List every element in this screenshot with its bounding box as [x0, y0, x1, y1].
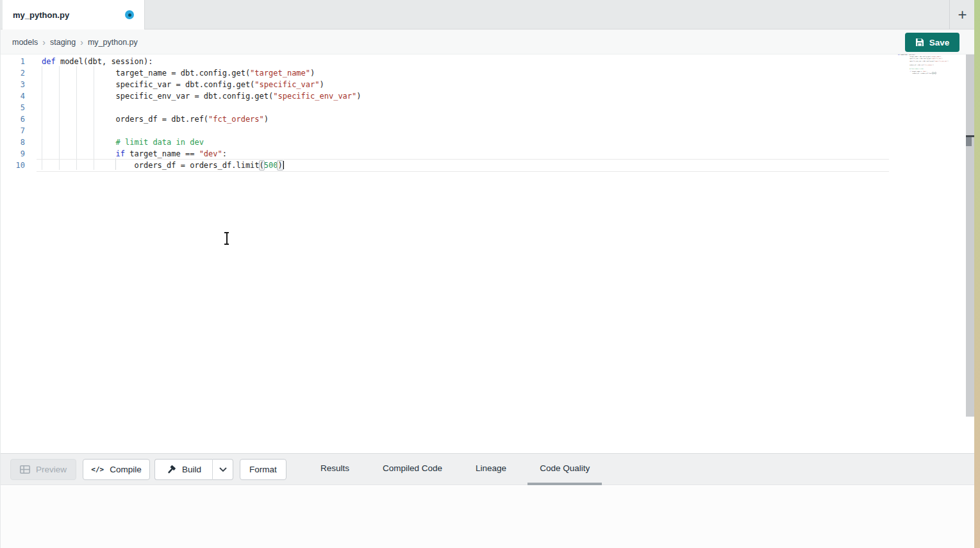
code-token: model(dbt, session):: [900, 54, 915, 55]
code-line[interactable]: def model(dbt, session):: [37, 56, 889, 67]
code-token: ): [320, 80, 324, 89]
preview-button-label: Preview: [36, 465, 67, 474]
code-token: "fct_orders": [208, 115, 264, 124]
chevron-right-icon: ›: [80, 37, 83, 47]
file-tab-my-python[interactable]: my_python.py: [3, 0, 145, 29]
code-token: "specific_var": [931, 58, 942, 59]
code-token: (: [260, 161, 264, 170]
line-number: 8: [1, 137, 31, 148]
code-minimap[interactable]: def model(dbt, session): target_name = d…: [898, 54, 944, 74]
desktop-edge-strip: [974, 0, 980, 548]
code-token: specific_var = dbt.config.get(: [42, 80, 254, 89]
code-token: ): [947, 60, 948, 62]
breadcrumb: models › staging › my_python.py: [12, 29, 138, 54]
code-token: orders_df = dbt.ref(: [898, 64, 924, 65]
code-token: # limit data in dev: [116, 138, 204, 147]
file-tab-label: my_python.py: [13, 10, 69, 20]
breadcrumb-item-staging[interactable]: staging: [50, 38, 76, 47]
code-content[interactable]: def model(dbt, session): target_name = d…: [37, 56, 889, 171]
code-editor[interactable]: 12345678910 def model(dbt, session): tar…: [1, 54, 975, 453]
code-token: "fct_orders": [924, 64, 933, 65]
breadcrumb-item-file[interactable]: my_python.py: [88, 38, 138, 47]
line-number: 7: [1, 125, 31, 137]
code-line[interactable]: [37, 125, 889, 137]
build-options-dropdown[interactable]: [212, 459, 233, 480]
code-token: "specific_env_var": [273, 92, 356, 101]
code-token: ): [935, 72, 936, 74]
unsaved-changes-icon: [125, 10, 134, 19]
minimap-line: orders_df = orders_df.limit(500): [898, 72, 944, 74]
line-number: 4: [1, 90, 31, 102]
code-token: # limit data in dev: [909, 68, 924, 69]
code-token: orders_df = orders_df.limit: [42, 161, 260, 170]
code-line[interactable]: orders_df = orders_df.limit(500): [37, 160, 889, 171]
tab-code-quality[interactable]: Code Quality: [527, 454, 602, 485]
line-number: 10: [1, 160, 31, 171]
code-token: target_name ==: [911, 71, 923, 72]
code-token: [42, 149, 116, 158]
vertical-scrollbar-track[interactable]: [966, 54, 975, 417]
code-token: if: [116, 149, 125, 158]
save-button[interactable]: Save: [905, 33, 959, 52]
line-number: 6: [1, 113, 31, 125]
code-token: ): [356, 92, 361, 101]
format-button[interactable]: Format: [240, 459, 287, 480]
vertical-scrollbar-thumb[interactable]: [966, 137, 972, 146]
code-token: target_name = dbt.config.get(: [42, 69, 250, 78]
line-number: 5: [1, 102, 31, 113]
table-grid-icon: [20, 465, 30, 474]
preview-button[interactable]: Preview: [10, 459, 76, 480]
file-tab-bar: my_python.py +: [1, 0, 975, 29]
code-line[interactable]: if target_name == "dev":: [37, 148, 889, 160]
new-tab-button[interactable]: +: [949, 0, 975, 29]
dbt-ide-window: my_python.py + models › staging › my_pyt…: [0, 0, 980, 548]
code-line[interactable]: specific_var = dbt.config.get("specific_…: [37, 79, 889, 90]
code-token: target_name = dbt.config.get(: [898, 56, 931, 57]
chevron-down-icon: [219, 467, 227, 472]
code-token: ): [933, 64, 934, 65]
code-token: ): [310, 69, 315, 78]
tab-results[interactable]: Results: [308, 454, 361, 485]
code-token: ): [942, 58, 942, 59]
code-token: "specific_var": [254, 80, 319, 89]
code-token: ): [264, 115, 269, 124]
tab-lineage[interactable]: Lineage: [463, 454, 519, 485]
code-line[interactable]: [37, 102, 889, 113]
code-token: [42, 138, 116, 147]
tab-compiled-code-label: Compiled Code: [383, 463, 442, 473]
save-button-label: Save: [929, 38, 950, 47]
code-token: orders_df = dbt.ref(: [42, 115, 208, 124]
floppy-disk-icon: [915, 38, 924, 47]
code-token: 500: [264, 161, 278, 170]
chevron-right-icon: ›: [42, 37, 46, 47]
line-number: 9: [1, 148, 31, 160]
minimap-line: specific_env_var = dbt.config.get("speci…: [898, 60, 944, 62]
code-token: "specific_env_var": [934, 60, 948, 62]
build-split-button: Build: [154, 459, 233, 480]
result-panel-tabs: Results Compiled Code Lineage Code Quali…: [308, 454, 611, 485]
code-token: specific_env_var = dbt.config.get(: [42, 92, 273, 101]
text-ibeam-cursor: [224, 232, 229, 245]
tab-results-label: Results: [320, 463, 349, 473]
code-quality-panel: [1, 486, 975, 548]
tab-compiled-code[interactable]: Compiled Code: [370, 454, 454, 485]
code-line[interactable]: # limit data in dev: [37, 137, 889, 148]
code-token: ): [278, 161, 282, 170]
code-line[interactable]: target_name = dbt.config.get("target_nam…: [37, 67, 889, 79]
compile-button[interactable]: </> Compile: [83, 459, 150, 480]
line-number-gutter: 12345678910: [1, 56, 31, 171]
code-token: target_name ==: [125, 149, 199, 158]
breadcrumb-item-models[interactable]: models: [12, 38, 38, 47]
code-brackets-icon: </>: [91, 465, 104, 474]
line-number: 2: [1, 67, 31, 79]
code-token: "target_name": [250, 69, 310, 78]
code-token: :: [222, 149, 227, 158]
code-line[interactable]: specific_env_var = dbt.config.get("speci…: [37, 90, 889, 102]
line-number: 1: [1, 56, 31, 67]
code-token: ): [940, 56, 941, 57]
code-token: specific_var = dbt.config.get(: [898, 58, 931, 59]
code-token: [898, 68, 909, 69]
build-button[interactable]: Build: [154, 459, 212, 480]
main-window: my_python.py + models › staging › my_pyt…: [0, 0, 974, 548]
code-line[interactable]: orders_df = dbt.ref("fct_orders"): [37, 113, 889, 125]
